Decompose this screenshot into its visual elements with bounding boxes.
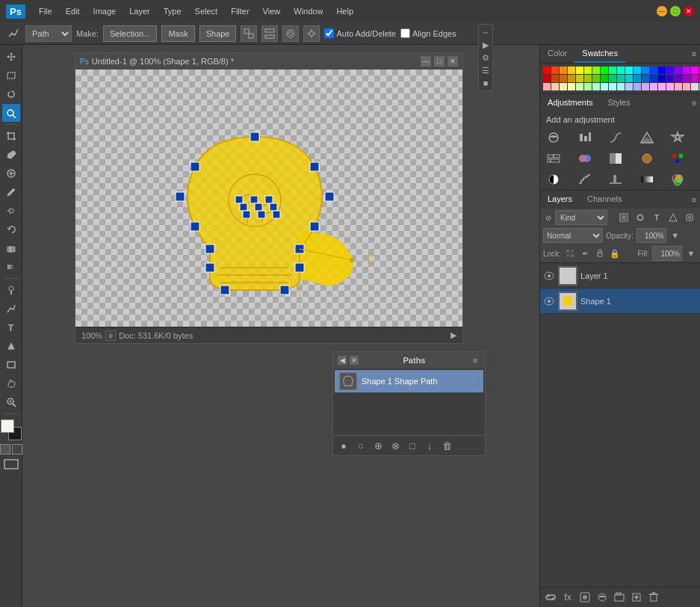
auto-add-delete-checkbox[interactable]: Auto Add/Delete [324, 28, 396, 38]
eraser-tool[interactable] [2, 239, 20, 257]
layer-item[interactable]: Layer 1 [540, 263, 700, 289]
delete-layer-button[interactable] [646, 590, 661, 605]
link-layers-button[interactable] [543, 590, 558, 605]
menu-filter[interactable]: Filter [225, 4, 255, 19]
tab-layers[interactable]: Layers [540, 191, 580, 209]
healing-brush-tool[interactable] [2, 164, 20, 182]
rectangle-tool[interactable] [2, 356, 20, 374]
tab-swatches[interactable]: Swatches [574, 45, 625, 63]
tab-styles[interactable]: Styles [601, 94, 638, 112]
swatch-teal-green[interactable] [617, 75, 625, 82]
stroke-path-button[interactable]: ○ [353, 438, 368, 453]
posterize-icon[interactable] [574, 170, 595, 188]
shape-filter-button[interactable] [666, 210, 681, 225]
vibrance-icon[interactable] [667, 129, 688, 147]
swatch-magenta-purple[interactable] [683, 67, 690, 74]
swatch-mid-green[interactable] [601, 75, 608, 82]
swatch-violet-blue[interactable] [666, 67, 674, 74]
swatch-pale-sky[interactable] [617, 83, 625, 90]
fill-arrow-icon[interactable]: ▼ [685, 247, 697, 259]
swatch-olive[interactable] [576, 75, 583, 82]
lock-position-button[interactable] [594, 247, 606, 259]
add-layer-mask-button[interactable]: □ [405, 438, 420, 453]
swatch-pale-blue[interactable] [625, 83, 633, 90]
lock-all-button[interactable]: 🔒 [609, 247, 621, 259]
move-tool[interactable] [2, 48, 20, 66]
swatch-purple[interactable] [675, 67, 682, 74]
swatch-magenta[interactable] [691, 67, 699, 74]
swatch-orange-red[interactable] [551, 67, 559, 74]
adjustment-filter-button[interactable] [633, 210, 648, 225]
history-brush-tool[interactable] [2, 221, 20, 238]
paths-panel-menu[interactable]: ≡ [470, 355, 480, 366]
align-edges-checkbox[interactable]: Align Edges [400, 28, 456, 38]
menu-help[interactable]: Help [330, 4, 359, 19]
add-layer-style-button[interactable]: fx [560, 590, 575, 605]
swatch-dark-blue[interactable] [650, 67, 657, 74]
make-work-path-button[interactable]: ⊗ [388, 438, 403, 453]
swatch-forest-green[interactable] [592, 75, 600, 82]
normal-mode-button[interactable] [0, 444, 10, 455]
eyedropper-tool[interactable] [2, 146, 20, 164]
tab-adjustments[interactable]: Adjustments [540, 94, 601, 112]
clone-stamp-tool[interactable] [2, 202, 20, 220]
swatch-sky-blue[interactable] [634, 67, 641, 74]
screen-mode-button[interactable] [3, 458, 19, 472]
swatch-sea-green[interactable] [609, 75, 616, 82]
path-ops-button[interactable] [241, 25, 257, 42]
swatch-olive-green[interactable] [584, 75, 592, 82]
color-panel-icon[interactable]: ■ [480, 78, 491, 88]
adjustments-panel-menu[interactable]: ≡ [688, 94, 700, 112]
swatch-yellow-green[interactable] [584, 67, 592, 74]
swatch-light-mint[interactable] [592, 83, 600, 90]
swatch-bright-yellow[interactable] [576, 67, 583, 74]
levels-icon[interactable] [574, 129, 595, 147]
swatch-violet[interactable] [683, 75, 690, 82]
gear-icon[interactable]: ⚙ [480, 52, 491, 63]
shape-button[interactable]: Shape [199, 25, 237, 42]
tab-channels[interactable]: Channels [580, 191, 629, 209]
menu-edit[interactable]: Edit [60, 4, 86, 19]
layers-panel-menu[interactable]: ≡ [688, 191, 700, 209]
swatch-pale-cyan[interactable] [609, 83, 616, 90]
canvas-body[interactable] [75, 70, 462, 327]
selection-button[interactable]: Selection... [103, 25, 157, 42]
paths-panel-collapse[interactable]: ◀ [338, 356, 347, 365]
swatch-cerulean[interactable] [634, 75, 641, 82]
swatch-orange[interactable] [560, 67, 567, 74]
swatch-green-cyan[interactable] [609, 67, 616, 74]
fill-path-button[interactable]: ● [336, 438, 351, 453]
canvas-nav-button[interactable]: ▶ [450, 330, 456, 340]
bw-icon[interactable] [605, 150, 626, 167]
foreground-color[interactable] [1, 419, 14, 433]
opacity-arrow-icon[interactable]: ▼ [669, 229, 681, 241]
swatch-pale-yellow[interactable] [568, 83, 575, 90]
swatch-salmon[interactable] [683, 83, 690, 90]
close-button[interactable]: ✕ [684, 6, 694, 16]
swatch-light-rose[interactable] [666, 83, 674, 90]
quick-mask-button[interactable] [12, 444, 22, 455]
canvas-minimize-button[interactable]: — [421, 56, 431, 67]
brush-tool[interactable] [2, 183, 20, 201]
new-path-button[interactable]: ↓ [422, 438, 437, 453]
minimize-button[interactable]: — [657, 6, 667, 16]
swatch-ocean-blue[interactable] [642, 75, 649, 82]
channel-mixer-icon[interactable] [667, 150, 688, 167]
path-settings-button[interactable] [303, 25, 320, 42]
menu-view[interactable]: View [257, 4, 287, 19]
swatch-brown-red[interactable] [551, 75, 559, 82]
zoom-tool[interactable] [2, 393, 20, 411]
path-selection-tool[interactable] [2, 337, 20, 355]
swatch-blush[interactable] [675, 83, 682, 90]
smart-filter-button[interactable] [682, 210, 697, 225]
path-arrange-button[interactable] [282, 25, 299, 42]
crop-tool[interactable] [2, 127, 20, 145]
path-item[interactable]: Shape 1 Shape Path [335, 370, 483, 392]
swatch-pale-magenta[interactable] [658, 83, 666, 90]
quick-select-tool[interactable] [2, 104, 20, 122]
menu-window[interactable]: Window [288, 4, 329, 19]
lasso-tool[interactable] [2, 85, 20, 103]
swatch-periwinkle[interactable] [634, 83, 641, 90]
canvas-info-icon[interactable]: i [105, 330, 116, 341]
gradient-tool[interactable] [2, 258, 20, 276]
